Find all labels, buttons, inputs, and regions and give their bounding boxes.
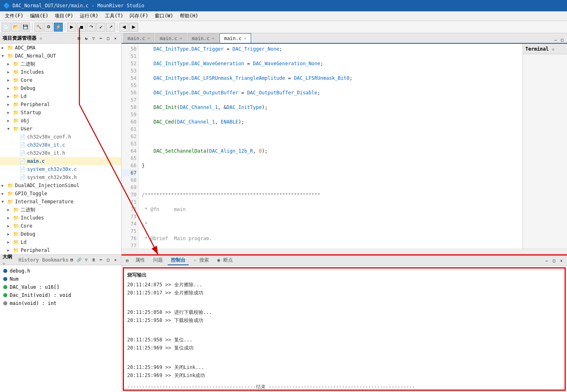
minimize-icon[interactable]: — bbox=[98, 35, 104, 42]
tree-item-main-c-1[interactable]: 📄 main.c bbox=[0, 157, 121, 165]
console-line: 20:11:25:969 >> 关闭Link成功 bbox=[127, 371, 561, 379]
menu-help[interactable]: 帮助(H) bbox=[177, 12, 202, 20]
bottom-tab-attr[interactable]: 属性 bbox=[132, 256, 148, 265]
tab-close-icon[interactable]: ✕ bbox=[244, 36, 247, 40]
tree-item-it-c-1[interactable]: 📄 ch32v30x_it.c bbox=[0, 141, 121, 149]
bottom-maximize-icon[interactable]: □ bbox=[551, 258, 557, 264]
tree-item-binary-2[interactable]: ▶ 📁 二进制 bbox=[0, 206, 121, 214]
console-line: 20:11:25:017 >> 全片擦除成功 bbox=[127, 289, 561, 297]
tree-item-core-1[interactable]: ▶ 📁 Core bbox=[0, 76, 121, 84]
tab-minimize-icon[interactable]: — bbox=[552, 36, 559, 43]
toolbar-step-out[interactable]: ↗ bbox=[106, 23, 115, 32]
outline-sort-icon[interactable]: ≡ bbox=[90, 257, 97, 263]
tab-main-4[interactable]: main.c ✕ bbox=[220, 33, 251, 43]
toolbar-save[interactable]: 💾 bbox=[21, 23, 30, 32]
bottom-tab-issues[interactable]: 问题 bbox=[150, 256, 166, 265]
tree-item-dac[interactable]: ▼ 📁 DAC_Normal_OUT bbox=[0, 52, 121, 60]
bottom-tab-search[interactable]: ☆ 搜索 bbox=[190, 256, 212, 265]
tree-item-sys-c-1[interactable]: 📄 system_ch32v30x.c bbox=[0, 165, 121, 173]
bottom-minimize-icon[interactable]: — bbox=[544, 258, 550, 264]
tree-arrow: ▶ bbox=[7, 70, 13, 74]
tree-item-includes-2[interactable]: ▶ 📁 Includes bbox=[0, 214, 121, 222]
tree-item-user-1[interactable]: ▼ 📁 User bbox=[0, 125, 121, 133]
outline-item-dacvalue[interactable]: DAC_Value : u16[] bbox=[2, 283, 119, 291]
tree-item-ld-2[interactable]: ▶ 📁 Ld bbox=[0, 238, 121, 246]
bottom-tab-console[interactable]: 控制台 bbox=[168, 256, 189, 265]
filter-icon[interactable]: ▽ bbox=[90, 35, 97, 42]
code-editor[interactable]: 5051525354 5556575859 6061626364 6566676… bbox=[122, 44, 522, 249]
tab-main-1[interactable]: main.c ✕ bbox=[123, 33, 154, 43]
tree-item-dualadc[interactable]: ▶ 📁 DualADC_InjectionSimul bbox=[0, 181, 121, 190]
menu-window[interactable]: 窗口(W) bbox=[151, 12, 177, 20]
toolbar-stop[interactable]: ⏹ bbox=[77, 23, 86, 32]
project-panel-title: 项目资源管理器 ☆ bbox=[2, 35, 42, 42]
outline-close-icon[interactable]: ✕ bbox=[112, 257, 119, 263]
tree-item-gpio[interactable]: ▶ 📁 GPIO_Toggle bbox=[0, 190, 121, 198]
bookmarks-tab[interactable]: Bookmarks bbox=[42, 257, 68, 263]
toolbar-open[interactable]: 📂 bbox=[11, 23, 20, 32]
outline-filter-icon[interactable]: ▽ bbox=[83, 257, 90, 263]
tree-item-internal-temp[interactable]: ▼ 📁 Internal_Temperature bbox=[0, 198, 121, 206]
tab-close-icon[interactable]: ✕ bbox=[212, 36, 214, 40]
outline-item-main[interactable]: main(void) : int bbox=[2, 299, 119, 307]
toolbar-step-over[interactable]: ↷ bbox=[87, 23, 96, 32]
outline-collapse-icon[interactable]: ⊟ bbox=[68, 257, 75, 263]
outline-link-icon[interactable]: 🔗 bbox=[76, 257, 82, 263]
tree-label: Core bbox=[21, 77, 32, 83]
menu-edit[interactable]: 编辑(E) bbox=[27, 12, 52, 20]
tree-item-it-h-1[interactable]: 📄 ch32v30x_it.h bbox=[0, 149, 121, 157]
outline-item-dacinit[interactable]: Dac_Init(void) : void bbox=[2, 291, 119, 299]
bottom-tab-breakpoints[interactable]: ◉ 断点 bbox=[214, 256, 236, 265]
refresh-icon[interactable]: ↻ bbox=[83, 35, 90, 42]
tab-maximize-icon[interactable]: □ bbox=[559, 36, 565, 43]
toolbar-sep-2 bbox=[65, 23, 65, 31]
tree-item-includes-1[interactable]: ▶ 📁 Includes bbox=[0, 68, 121, 76]
bottom-panel-icon[interactable]: ⊟ bbox=[124, 258, 130, 264]
tree-item-core-2[interactable]: ▶ 📁 Core bbox=[0, 222, 121, 230]
menu-run[interactable]: 运行(R) bbox=[77, 12, 102, 20]
outline-minimize-icon[interactable]: — bbox=[98, 257, 104, 263]
tree-item-peripheral-1[interactable]: ▶ 📁 Peripheral bbox=[0, 100, 121, 109]
menu-bar: 文件(F) 编辑(E) 项目(P) 运行(R) 工具(T) 闪存(F) 窗口(W… bbox=[0, 11, 567, 21]
code-content[interactable]: DAC_InitType.DAC_Trigger = DAC_Trigger_N… bbox=[139, 44, 522, 249]
tree-item-debug-2[interactable]: ▶ 📁 Debug bbox=[0, 230, 121, 238]
toolbar-flash[interactable]: ⚡ bbox=[54, 23, 63, 32]
toolbar-new[interactable]: 📄 bbox=[2, 23, 11, 32]
tree-item-ld-1[interactable]: ▶ 📁 Ld bbox=[0, 92, 121, 100]
tree-item-peripheral-2[interactable]: ▶ 📁 Peripheral bbox=[0, 246, 121, 254]
tab-main-3[interactable]: main.c ✕ bbox=[188, 33, 219, 43]
outline-maximize-icon[interactable]: □ bbox=[105, 257, 111, 263]
collapse-icon[interactable]: ⊟ bbox=[76, 35, 82, 42]
tab-main-2[interactable]: main.c ✕ bbox=[155, 33, 186, 43]
bottom-close-icon[interactable]: ✕ bbox=[558, 258, 565, 264]
menu-project[interactable]: 项目(P) bbox=[51, 12, 77, 20]
tree-item-binary[interactable]: ▶ 📁 二进制 bbox=[0, 60, 121, 68]
tree-item-conf-h-1[interactable]: 📄 ch32v30x_conf.h bbox=[0, 133, 121, 141]
tab-close-icon[interactable]: ✕ bbox=[147, 36, 150, 40]
outline-item-num[interactable]: Num bbox=[2, 275, 119, 283]
toolbar-back[interactable]: ◀ bbox=[119, 23, 128, 32]
tree-label: Ld bbox=[21, 239, 26, 245]
toolbar-rebuild[interactable]: ⚙ bbox=[44, 23, 53, 32]
tree-item-adc-dma[interactable]: ▶ 📁 ADC_DMA bbox=[0, 44, 121, 52]
editor-scrollbar-x[interactable] bbox=[122, 249, 567, 254]
tree-arrow: ▶ bbox=[7, 111, 13, 115]
menu-tools[interactable]: 工具(T) bbox=[102, 12, 127, 20]
tree-item-sys-h-1[interactable]: 📄 system_ch32v30x.h bbox=[0, 173, 121, 181]
maximize-icon[interactable]: □ bbox=[105, 35, 111, 42]
close-panel-icon[interactable]: ✕ bbox=[112, 35, 119, 42]
toolbar-forward[interactable]: ▶ bbox=[129, 23, 138, 32]
tree-item-startup-1[interactable]: ▶ 📁 Startup bbox=[0, 109, 121, 117]
tree-item-obj-1[interactable]: ▶ 📁 obj bbox=[0, 117, 121, 125]
history-tab[interactable]: History bbox=[18, 257, 39, 263]
toolbar-step-in[interactable]: ↙ bbox=[96, 23, 105, 32]
tree-arrow: ▶ bbox=[7, 216, 13, 220]
menu-flash[interactable]: 闪存(F) bbox=[126, 12, 151, 20]
menu-file[interactable]: 文件(F) bbox=[2, 12, 27, 20]
tree-item-debug-1[interactable]: ▶ 📁 Debug bbox=[0, 84, 121, 92]
toolbar-build[interactable]: 🔨 bbox=[34, 23, 43, 32]
outline-dot-icon bbox=[3, 293, 7, 297]
toolbar-debug[interactable]: ▶ bbox=[67, 23, 76, 32]
outline-item-debug[interactable]: debug.h bbox=[2, 267, 119, 275]
tab-close-icon[interactable]: ✕ bbox=[180, 36, 182, 40]
